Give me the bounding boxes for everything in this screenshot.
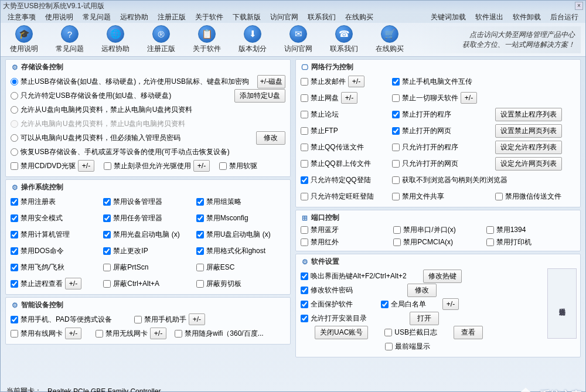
menu-item[interactable]: 远程协助: [115, 11, 153, 23]
chk-phone-helper[interactable]: 禁用手机助手: [134, 315, 186, 325]
chk-os-7[interactable]: 禁用光盘启动电脑 (x): [103, 230, 179, 240]
pm-button[interactable]: +/-: [193, 160, 210, 172]
chk-os-3[interactable]: 禁用安全模式: [11, 213, 63, 223]
chk-phone-pad[interactable]: 禁用手机、PAD等便携式设备: [11, 315, 112, 325]
chk-os-11[interactable]: 禁用格式化和ghost: [196, 246, 265, 256]
chk-allow-open[interactable]: 允许打开安装目录: [301, 313, 367, 323]
chk-net-a4[interactable]: 禁止QQ传送文件: [301, 142, 364, 152]
chk-port-4[interactable]: 禁用PCMCIA(x): [393, 237, 482, 247]
chk-net-b0[interactable]: 禁止手机电脑文件互传: [392, 77, 472, 87]
chk-hotkey[interactable]: 唤出界面热键Alt+F2/Ctrl+Alt+2: [301, 271, 407, 281]
net-action-button[interactable]: 设置禁止程序列表: [495, 108, 562, 121]
chk-floppy[interactable]: 禁用软驱: [219, 161, 257, 171]
close-icon[interactable]: ×: [575, 2, 583, 10]
tool-site[interactable]: ✉访问官网: [280, 25, 317, 54]
chk-net-b4[interactable]: 只允许打开的程序: [392, 142, 458, 152]
pm-button[interactable]: +/-: [341, 92, 357, 104]
tool-about[interactable]: 📋关于软件: [188, 25, 226, 54]
chk-net-b7[interactable]: 禁用文件共享: [392, 192, 444, 202]
net-action-button[interactable]: 设定允许网页列表: [495, 157, 562, 171]
net-action-button[interactable]: 设置禁止网页列表: [495, 124, 562, 138]
chk-net-a3[interactable]: 禁止FTP: [301, 126, 338, 136]
chk-net-b5[interactable]: 只允许打开的网页: [392, 159, 458, 169]
chk-net-a6[interactable]: 只允许特定QQ登陆: [301, 175, 371, 185]
chk-os-17[interactable]: 屏蔽剪切板: [196, 279, 241, 289]
radio-need-pwd[interactable]: 可以从电脑向U盘拷贝资料，但必须输入管理员密码: [11, 133, 180, 143]
modify-button[interactable]: 修改: [407, 284, 437, 297]
chk-os-13[interactable]: 屏蔽PrtScn: [103, 263, 148, 272]
view-button[interactable]: 查看: [454, 326, 483, 339]
chk-pwd[interactable]: 修改软件密码: [301, 285, 353, 295]
pm-button[interactable]: +/-: [65, 328, 81, 339]
menu-item[interactable]: 在线购买: [340, 11, 378, 23]
menu-item[interactable]: 联系我们: [303, 11, 340, 23]
pm-button[interactable]: +/-: [150, 328, 166, 339]
tool-faq[interactable]: ?常见问题: [51, 25, 88, 54]
chk-os-10[interactable]: 禁止更改IP: [103, 246, 148, 256]
pm-button[interactable]: +/-: [189, 313, 205, 325]
chk-protect[interactable]: 全面保护软件: [301, 299, 353, 309]
tool-version[interactable]: ⬇版本划分: [234, 25, 271, 54]
tool-register[interactable]: ®注册正版: [142, 25, 180, 54]
pm-button[interactable]: +/-: [78, 160, 94, 172]
tool-help[interactable]: 🎓使用说明: [5, 25, 43, 54]
tool-buy[interactable]: 🛒在线购买: [371, 25, 408, 54]
chk-os-15[interactable]: 禁止进程查看: [11, 279, 63, 289]
radio-u2pc[interactable]: 允许从U盘向电脑拷贝资料，禁止从电脑向U盘拷贝资料: [11, 105, 192, 115]
chk-net-b1[interactable]: 禁止一切聊天软件: [392, 93, 458, 103]
chk-os-6[interactable]: 禁用计算机管理: [11, 230, 70, 240]
modify-hotkey-button[interactable]: 修改热键: [423, 270, 462, 283]
open-button[interactable]: 打开: [410, 312, 439, 325]
net-action-button[interactable]: 设定允许程序列表: [495, 141, 562, 154]
chk-os-1[interactable]: 禁用设备管理器: [103, 197, 162, 207]
pm-button[interactable]: +/-: [65, 278, 81, 289]
menu-item[interactable]: 后台运行: [546, 11, 583, 23]
chk-os-14[interactable]: 屏蔽ESC: [196, 263, 235, 272]
menu-item[interactable]: 软件退出: [471, 11, 508, 23]
pm-button[interactable]: +/-: [348, 76, 364, 87]
chk-net-a7[interactable]: 只允许特定旺旺登陆: [301, 192, 374, 202]
menu-item[interactable]: 访问官网: [265, 11, 303, 23]
tool-contact[interactable]: ☎联系我们: [325, 25, 363, 54]
chk-net-a1[interactable]: 禁止网盘: [301, 93, 339, 103]
chk-usb-log[interactable]: USB拦截日志: [384, 328, 437, 338]
chk-os-0[interactable]: 禁用注册表: [11, 197, 56, 207]
chk-cddvd[interactable]: 禁用CD/DVD光驱: [11, 161, 76, 171]
radio-restore[interactable]: 恢复USB存储设备、手机或蓝牙等设备的使用(可手动点击恢复设备): [11, 147, 230, 157]
chk-wireless[interactable]: 禁用无线网卡: [96, 329, 148, 339]
side-ad[interactable]: 点击这里请求远程协: [547, 268, 577, 339]
chk-port-1[interactable]: 禁用串口/并口(x): [393, 225, 482, 235]
chk-wifi[interactable]: 禁用随身wifi（360/百度...: [175, 329, 264, 339]
add-specific-button[interactable]: 添加特定U盘: [234, 89, 285, 103]
chk-port-2[interactable]: 禁用1394: [486, 225, 575, 235]
chk-topmost[interactable]: 最前端显示: [385, 342, 430, 352]
menu-item[interactable]: 注意事项: [3, 11, 40, 23]
chk-burn[interactable]: 禁止刻录但允许光驱使用: [104, 161, 191, 171]
chk-os-2[interactable]: 禁用组策略: [196, 197, 241, 207]
add-disk-button[interactable]: +/-磁盘: [257, 75, 285, 88]
menu-item[interactable]: 注册正版: [153, 11, 190, 23]
tool-remote[interactable]: 🌐远程协助: [97, 25, 134, 54]
chk-port-0[interactable]: 禁用蓝牙: [301, 225, 390, 235]
chk-whitelist[interactable]: 全局白名单: [381, 299, 426, 309]
menu-item[interactable]: 使用说明: [40, 11, 78, 23]
chk-os-5[interactable]: 禁用Msconfig: [196, 213, 248, 223]
modify-pwd-button[interactable]: 修改: [256, 131, 285, 145]
chk-net-a5[interactable]: 禁止QQ群上传文件: [301, 159, 371, 169]
chk-wired[interactable]: 禁用有线网卡: [11, 329, 63, 339]
close-uac-button[interactable]: 关闭UAC账号: [315, 326, 368, 339]
menu-item[interactable]: 软件卸载: [508, 11, 546, 23]
chk-net-a0[interactable]: 禁止发邮件: [301, 77, 346, 87]
chk-net-b3[interactable]: 禁止打开的网页: [392, 126, 451, 136]
menu-item[interactable]: 下载新版: [228, 11, 265, 23]
menu-item[interactable]: 关键词加载: [426, 11, 471, 23]
pm-button[interactable]: +/-: [461, 92, 477, 104]
pm-button[interactable]: +/-: [442, 298, 459, 310]
chk-port-5[interactable]: 禁用打印机: [486, 237, 575, 247]
chk-port-3[interactable]: 禁用红外: [301, 237, 390, 247]
menu-item[interactable]: 关于软件: [190, 11, 228, 23]
chk-net-b6[interactable]: 获取不到浏览器句柄则关闭浏览器: [392, 175, 507, 185]
chk-net-c7[interactable]: 禁用微信传送文件: [495, 192, 561, 202]
chk-net-a2[interactable]: 禁止论坛: [301, 110, 339, 120]
chk-os-16[interactable]: 屏蔽Ctrl+Alt+A: [103, 279, 159, 289]
